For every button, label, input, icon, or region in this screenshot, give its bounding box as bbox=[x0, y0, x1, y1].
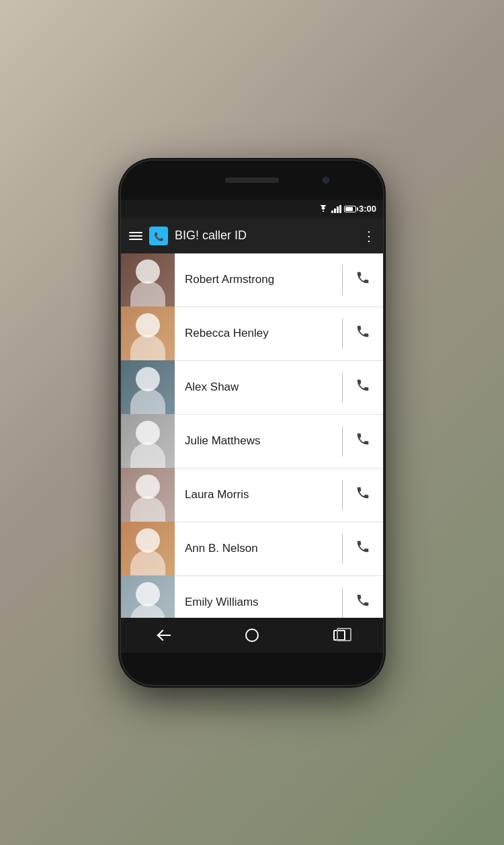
avatar bbox=[121, 307, 175, 360]
home-button[interactable] bbox=[239, 622, 265, 649]
call-button[interactable] bbox=[343, 522, 383, 575]
recents-icon bbox=[333, 630, 345, 641]
contact-name: Laura Morris bbox=[175, 488, 342, 501]
avatar bbox=[121, 522, 175, 575]
list-item[interactable]: Laura Morris bbox=[121, 469, 383, 522]
status-time: 3:00 bbox=[359, 204, 376, 214]
list-item[interactable]: Julie Matthews bbox=[121, 415, 383, 469]
call-button[interactable] bbox=[343, 253, 383, 307]
app-logo-icon: 📞 bbox=[149, 227, 168, 245]
phone-icon bbox=[355, 593, 370, 612]
avatar bbox=[121, 253, 175, 307]
list-item[interactable]: Emily Williams bbox=[121, 576, 383, 618]
avatar bbox=[121, 575, 175, 618]
call-button[interactable] bbox=[343, 307, 383, 360]
list-item[interactable]: Ann B. Nelson bbox=[121, 522, 383, 576]
phone-icon bbox=[355, 539, 370, 558]
phone-speaker bbox=[225, 177, 279, 183]
svg-text:📞: 📞 bbox=[154, 231, 164, 241]
phone-shell: 3:00 📞 BIG! caller ID ⋮ bbox=[121, 161, 383, 685]
avatar bbox=[121, 468, 175, 522]
scene: 3:00 📞 BIG! caller ID ⋮ bbox=[0, 0, 504, 845]
contact-name: Robert Armstrong bbox=[175, 273, 342, 286]
phone-icon bbox=[355, 378, 370, 397]
bottom-bezel bbox=[121, 653, 383, 685]
recents-button[interactable] bbox=[326, 622, 353, 649]
call-button[interactable] bbox=[343, 575, 383, 618]
hamburger-menu-icon[interactable] bbox=[129, 232, 142, 240]
avatar bbox=[121, 414, 175, 468]
phone-screen: 3:00 📞 BIG! caller ID ⋮ bbox=[121, 200, 383, 653]
phone-icon bbox=[355, 324, 370, 343]
app-bar: 📞 BIG! caller ID ⋮ bbox=[121, 218, 383, 253]
status-icons: 3:00 bbox=[318, 204, 376, 214]
list-item[interactable]: Robert Armstrong bbox=[121, 253, 383, 307]
call-button[interactable] bbox=[343, 414, 383, 468]
list-item[interactable]: Alex Shaw bbox=[121, 361, 383, 415]
top-bezel bbox=[121, 161, 383, 200]
phone-icon bbox=[355, 270, 370, 289]
back-arrow-icon bbox=[157, 629, 172, 641]
home-icon bbox=[245, 629, 259, 642]
app-title: BIG! caller ID bbox=[175, 229, 355, 243]
contact-name: Emily Williams bbox=[175, 596, 342, 609]
more-options-icon[interactable]: ⋮ bbox=[362, 228, 375, 244]
list-item[interactable]: Rebecca Henley bbox=[121, 307, 383, 361]
contact-name: Alex Shaw bbox=[175, 380, 342, 394]
contact-name: Ann B. Nelson bbox=[175, 542, 342, 555]
status-bar: 3:00 bbox=[121, 200, 383, 218]
call-button[interactable] bbox=[343, 360, 383, 414]
navigation-bar bbox=[121, 618, 383, 653]
back-button[interactable] bbox=[151, 622, 178, 649]
phone-icon bbox=[355, 485, 370, 504]
signal-bars bbox=[331, 205, 341, 213]
front-camera bbox=[323, 177, 329, 184]
contact-name: Julie Matthews bbox=[175, 434, 342, 448]
wifi-icon bbox=[318, 205, 329, 213]
phone-icon bbox=[355, 432, 370, 450]
battery-icon bbox=[344, 206, 356, 212]
call-button[interactable] bbox=[343, 468, 383, 522]
contact-list: Robert Armstrong Rebecca Henley Alex Sha… bbox=[121, 253, 383, 618]
contact-name: Rebecca Henley bbox=[175, 327, 342, 340]
avatar bbox=[121, 360, 175, 414]
